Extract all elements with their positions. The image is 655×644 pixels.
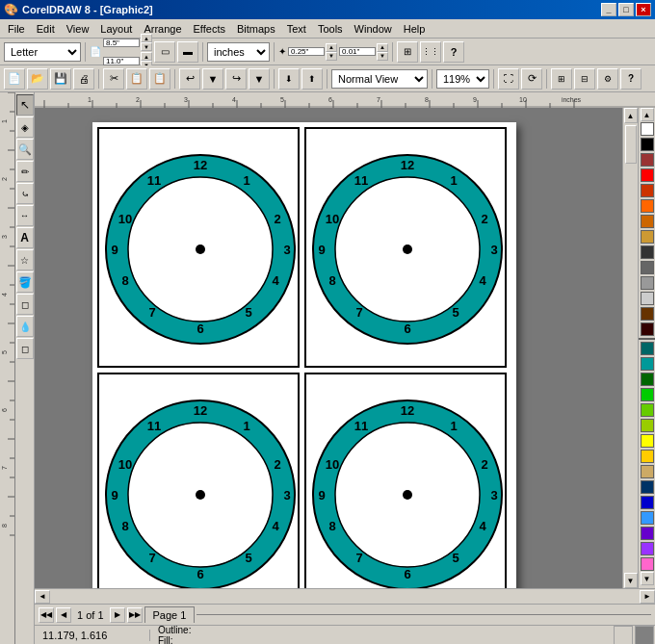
page-first-btn[interactable]: ◀◀ (39, 607, 54, 623)
dimension-tool[interactable]: ↔ (16, 205, 34, 226)
color-orange[interactable] (641, 199, 654, 213)
small-nudge-input[interactable] (339, 47, 376, 56)
minimize-button[interactable]: _ (601, 3, 616, 16)
palette-scroll-up[interactable]: ▲ (641, 108, 654, 121)
menu-bitmaps[interactable]: Bitmaps (231, 21, 281, 37)
height-up-btn[interactable]: ▲ (141, 52, 152, 61)
color-blue-dark[interactable] (641, 480, 654, 494)
snap-objects-btn[interactable]: ⊟ (574, 68, 595, 90)
units-select[interactable]: inches (207, 42, 270, 62)
redo-btn[interactable]: ↪ (225, 68, 247, 90)
color-dark-orange[interactable] (641, 215, 654, 228)
color-blue[interactable] (641, 496, 654, 509)
page-size-select[interactable]: Letter (4, 42, 81, 62)
grid-btn[interactable]: ⊞ (397, 41, 418, 63)
eyedropper-tool[interactable]: 💧 (16, 316, 34, 337)
close-button[interactable]: × (636, 3, 651, 16)
options-btn[interactable]: ⚙ (597, 68, 618, 90)
nudge-down-btn[interactable]: ▼ (326, 52, 337, 61)
undo-btn[interactable]: ↩ (179, 68, 200, 90)
scroll-left-btn[interactable]: ◄ (35, 590, 50, 604)
interactive-tool[interactable]: ☆ (16, 249, 34, 270)
color-lime[interactable] (641, 403, 654, 417)
text-tool[interactable]: A (16, 227, 34, 248)
zoom-select[interactable]: 119% 100% 50% 200% (436, 69, 489, 89)
color-brown[interactable] (641, 307, 654, 321)
color-orange-red[interactable] (641, 184, 654, 197)
menu-help[interactable]: Help (398, 21, 432, 37)
restore-button[interactable]: □ (618, 3, 634, 16)
refresh-btn[interactable]: ⟳ (521, 68, 542, 90)
redo-list-btn[interactable]: ▼ (249, 68, 270, 90)
full-screen-btn[interactable]: ⛶ (498, 68, 519, 90)
context-help-btn[interactable]: ? (620, 68, 642, 90)
eraser-tool[interactable]: ◻ (16, 338, 34, 359)
color-gray[interactable] (641, 261, 654, 274)
canvas-area[interactable]: 12 1 2 3 4 5 6 7 8 9 10 (35, 108, 622, 588)
help-btn[interactable]: ? (443, 41, 464, 63)
import-btn[interactable]: ⬇ (278, 68, 300, 90)
zoom-tool[interactable]: 🔍 (16, 139, 34, 160)
snap-btn[interactable]: ⋮⋮ (420, 41, 441, 63)
color-darkred[interactable] (641, 153, 654, 167)
open-btn[interactable]: 📂 (27, 68, 48, 90)
width-down-btn[interactable]: ▼ (141, 42, 152, 51)
nudge-input[interactable] (288, 47, 325, 56)
print-btn[interactable]: 🖨 (73, 68, 94, 90)
paste-btn[interactable]: 📋 (149, 68, 170, 90)
new-btn[interactable]: 📄 (4, 68, 25, 90)
width-up-btn[interactable]: ▲ (141, 34, 152, 42)
scroll-thumb[interactable] (625, 125, 637, 164)
cut-btn[interactable]: ✂ (103, 68, 124, 90)
color-red[interactable] (641, 168, 654, 182)
color-violet[interactable] (641, 542, 654, 555)
export-btn[interactable]: ⬆ (301, 68, 323, 90)
color-green-dark[interactable] (641, 373, 654, 386)
landscape-btn[interactable]: ▬ (177, 41, 198, 63)
portrait-btn[interactable]: ▭ (154, 41, 175, 63)
undo-list-btn[interactable]: ▼ (202, 68, 223, 90)
color-dark-gray[interactable] (641, 245, 654, 259)
color-purple[interactable] (641, 527, 654, 540)
color-brown-orange[interactable] (641, 230, 654, 244)
nudge-up-btn[interactable]: ▲ (326, 43, 337, 52)
menu-edit[interactable]: Edit (31, 21, 61, 37)
color-light-gray[interactable] (641, 292, 654, 305)
page-tab-1[interactable]: Page 1 (144, 606, 196, 623)
page-width-input[interactable] (103, 39, 140, 47)
bezier-tool[interactable]: ⤿ (16, 183, 34, 204)
color-black[interactable] (641, 138, 654, 151)
color-teal[interactable] (641, 357, 654, 371)
page-next-btn[interactable]: ▶ (110, 607, 125, 623)
color-white[interactable] (641, 122, 654, 136)
color-green[interactable] (641, 388, 654, 401)
scroll-right-btn[interactable]: ► (640, 590, 655, 604)
menu-tools[interactable]: Tools (312, 21, 349, 37)
color-teal-dark[interactable] (641, 342, 654, 355)
horizontal-scrollbar[interactable]: ◄ ► (35, 588, 655, 604)
menu-view[interactable]: View (61, 21, 95, 37)
small-nudge-down-btn[interactable]: ▼ (377, 52, 388, 61)
menu-window[interactable]: Window (349, 21, 398, 37)
color-pink[interactable] (641, 557, 654, 571)
copy-btn[interactable]: 📋 (126, 68, 147, 90)
arrow-tool[interactable]: ↖ (16, 94, 34, 116)
view-mode-select[interactable]: Normal View Enhanced View Draft View (331, 69, 428, 89)
scroll-down-btn[interactable]: ▼ (624, 573, 638, 588)
color-mid-gray[interactable] (641, 276, 654, 290)
page-prev-btn[interactable]: ◀ (56, 607, 71, 623)
page-height-input[interactable] (103, 57, 140, 65)
shape-tool[interactable]: ◈ (16, 116, 34, 138)
outline-tool[interactable]: ◻ (16, 294, 34, 315)
menu-file[interactable]: File (2, 21, 31, 37)
color-yellow-green[interactable] (641, 419, 654, 432)
fill-tool[interactable]: 🪣 (16, 271, 34, 293)
vertical-scrollbar[interactable]: ▲ ▼ (622, 108, 638, 588)
page-last-btn[interactable]: ▶▶ (127, 607, 143, 623)
menu-text[interactable]: Text (281, 21, 312, 37)
color-sky[interactable] (641, 511, 654, 525)
palette-scroll-down[interactable]: ▼ (641, 572, 654, 585)
scroll-up-btn[interactable]: ▲ (624, 108, 638, 123)
color-dark-brown[interactable] (641, 322, 654, 336)
freehand-tool[interactable]: ✏ (16, 161, 34, 182)
